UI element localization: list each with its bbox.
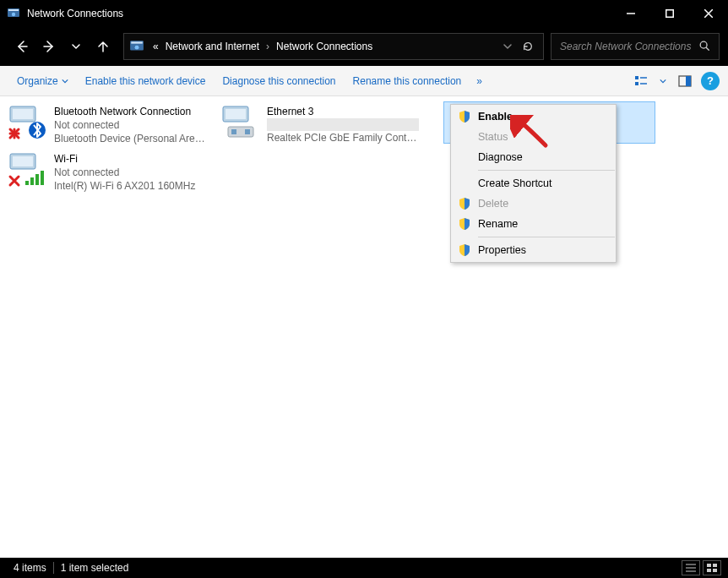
svg-point-11 (135, 46, 139, 50)
svg-rect-32 (35, 174, 39, 185)
menu-delete: Delete (451, 194, 616, 214)
menu-label: Delete (478, 198, 508, 210)
connection-status: Not connected (54, 118, 206, 132)
command-bar: Organize Enable this network device Diag… (0, 66, 728, 96)
svg-rect-37 (707, 564, 711, 567)
connection-description: Realtek PCIe GbE Family Controll... (267, 131, 419, 144)
menu-separator (478, 170, 615, 171)
breadcrumb-1[interactable]: Network Connections (273, 41, 376, 52)
svg-rect-33 (41, 171, 44, 185)
close-button[interactable] (689, 0, 728, 27)
search-icon[interactable] (698, 40, 712, 53)
bluetooth-adapter-icon (7, 105, 47, 140)
overflow-button[interactable]: » (470, 72, 489, 90)
shield-icon (458, 243, 471, 257)
forward-button[interactable] (35, 33, 62, 60)
wifi-adapter-icon (7, 152, 47, 188)
connection-item-wifi[interactable]: Wi-Fi Not connected Intel(R) Wi-Fi 6 AX2… (0, 149, 213, 196)
maximize-button[interactable] (650, 0, 689, 27)
svg-rect-19 (686, 76, 691, 86)
menu-separator (478, 237, 615, 237)
back-button[interactable] (8, 33, 35, 60)
connection-name: Wi-Fi (54, 152, 206, 166)
svg-rect-24 (225, 109, 246, 119)
details-view-button[interactable] (682, 560, 700, 575)
connection-item-ethernet[interactable]: Ethernet 3 Realtek PCIe GbE Family Contr… (213, 101, 426, 149)
address-dropdown[interactable] (497, 36, 518, 57)
refresh-button[interactable] (518, 36, 538, 57)
window-icon (7, 7, 20, 20)
preview-pane-button[interactable] (674, 70, 696, 92)
svg-rect-10 (131, 41, 143, 43)
status-item-count: 4 items (7, 562, 53, 574)
menu-label: Rename (478, 218, 518, 230)
up-button[interactable] (90, 33, 117, 60)
menu-enable[interactable]: Enable (451, 106, 616, 127)
svg-rect-1 (8, 9, 19, 11)
minimize-button[interactable] (611, 0, 650, 27)
connection-name: Bluetooth Network Connection (54, 105, 206, 118)
svg-rect-14 (635, 76, 638, 79)
menu-create-shortcut[interactable]: Create Shortcut (451, 173, 616, 194)
svg-line-13 (706, 47, 709, 50)
status-selected-count: 1 item selected (54, 562, 136, 574)
svg-point-2 (12, 13, 15, 16)
content-area: Bluetooth Network Connection Not connect… (0, 96, 728, 558)
view-options-button[interactable] (630, 70, 652, 92)
svg-rect-21 (13, 109, 33, 119)
connection-description: Bluetooth Device (Personal Area ... (54, 132, 206, 145)
view-dropdown[interactable] (652, 70, 674, 92)
nav-toolbar: « Network and Internet › Network Connect… (0, 27, 728, 66)
breadcrumb-0[interactable]: Network and Internet (162, 41, 263, 52)
address-bar[interactable]: « Network and Internet › Network Connect… (123, 33, 544, 60)
organize-menu[interactable]: Organize (8, 72, 77, 90)
connection-status: Not connected (54, 166, 206, 179)
menu-label: Properties (478, 244, 526, 256)
address-icon (129, 39, 144, 54)
status-bar: 4 items 1 item selected (0, 558, 728, 578)
shield-icon (458, 197, 471, 210)
svg-rect-15 (635, 82, 638, 85)
shield-icon (458, 110, 471, 123)
organize-label: Organize (17, 75, 58, 87)
window-title: Network Connections (27, 8, 123, 19)
recent-dropdown[interactable] (62, 33, 90, 60)
enable-device-button[interactable]: Enable this network device (77, 72, 215, 90)
svg-rect-29 (13, 156, 33, 166)
diagnose-connection-button[interactable]: Diagnose this connection (214, 72, 344, 90)
chevron-right-icon[interactable]: › (263, 41, 273, 52)
menu-diagnose[interactable]: Diagnose (451, 147, 616, 167)
context-menu: Enable Status Diagnose Create Shortcut D… (450, 104, 617, 263)
large-icons-view-button[interactable] (703, 560, 721, 575)
help-button[interactable]: ? (701, 72, 720, 90)
connection-name: Ethernet 3 (267, 105, 419, 118)
menu-status: Status (451, 127, 616, 147)
svg-rect-39 (707, 569, 711, 572)
svg-rect-4 (666, 10, 674, 18)
breadcrumb-prefix: « (149, 41, 162, 52)
rename-connection-button[interactable]: Rename this connection (345, 72, 470, 90)
connection-status (267, 118, 419, 131)
svg-rect-31 (30, 177, 34, 185)
shield-icon (458, 217, 471, 231)
menu-label: Status (478, 131, 508, 143)
titlebar: Network Connections (0, 0, 728, 27)
svg-rect-38 (713, 564, 717, 567)
svg-rect-27 (245, 129, 250, 134)
ethernet-adapter-icon (220, 105, 260, 140)
connection-item-bluetooth[interactable]: Bluetooth Network Connection Not connect… (0, 101, 213, 149)
menu-properties[interactable]: Properties (451, 240, 616, 260)
search-input[interactable] (558, 40, 698, 53)
svg-rect-40 (713, 569, 717, 572)
connection-description: Intel(R) Wi-Fi 6 AX201 160MHz (54, 179, 206, 193)
menu-rename[interactable]: Rename (451, 214, 616, 234)
menu-label: Diagnose (478, 151, 523, 163)
svg-rect-30 (25, 181, 29, 185)
menu-label: Enable (478, 111, 513, 123)
chevron-down-icon (62, 78, 68, 85)
menu-label: Create Shortcut (478, 177, 552, 189)
search-box[interactable] (551, 33, 720, 60)
svg-rect-26 (231, 129, 236, 134)
